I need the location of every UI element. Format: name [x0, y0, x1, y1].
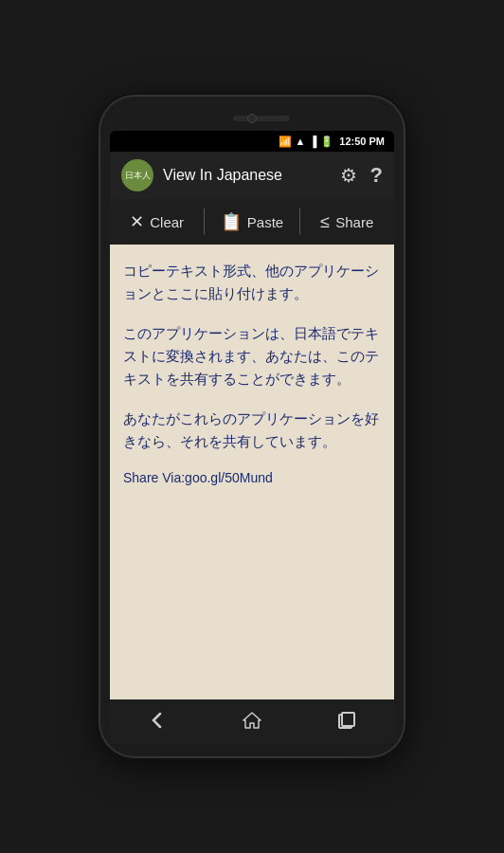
bluetooth-icon: 📶	[279, 136, 292, 148]
status-time: 12:50 PM	[339, 136, 385, 147]
app-icon-label: 日本人	[125, 170, 151, 182]
phone-speaker	[233, 116, 290, 121]
content-text-2: このアプリケーションは、日本語でテキストに変換されます、あなたは、このテキストを…	[123, 325, 379, 387]
phone-device: 📶 ▲ ▐ 🔋 12:50 PM 日本人 View In Japanese ⚙ …	[100, 97, 404, 756]
wifi-icon: ▲	[296, 136, 306, 147]
content-text-1: コピーテキスト形式、他のアプリケーションとここに貼り付けます。	[123, 263, 379, 301]
recents-button[interactable]	[336, 710, 357, 735]
paste-button[interactable]: 📋 Paste	[205, 199, 298, 245]
clear-icon: ✕	[130, 211, 144, 232]
app-bar: 日本人 View In Japanese ⚙ ?	[110, 152, 394, 199]
back-button[interactable]	[147, 710, 168, 735]
paste-label: Paste	[247, 214, 283, 230]
svg-marker-0	[243, 713, 261, 728]
paste-icon: 📋	[221, 211, 242, 232]
app-bar-actions: ⚙ ?	[340, 163, 383, 188]
signal-icon: ▐	[310, 136, 317, 147]
content-paragraph-3: あなたがこれらのアプリケーションを好きなら、それを共有しています。	[123, 408, 381, 453]
battery-icon: 🔋	[320, 136, 333, 148]
clear-button[interactable]: ✕ Clear	[110, 199, 204, 245]
phone-top-bar	[110, 110, 394, 131]
app-title: View In Japanese	[163, 167, 331, 184]
toolbar: ✕ Clear 📋 Paste ≤ Share	[110, 199, 394, 245]
phone-screen: 📶 ▲ ▐ 🔋 12:50 PM 日本人 View In Japanese ⚙ …	[110, 131, 394, 743]
home-button[interactable]	[242, 710, 262, 735]
share-button[interactable]: ≤ Share	[300, 199, 394, 245]
share-icon: ≤	[320, 212, 330, 232]
share-label: Share	[335, 214, 373, 230]
content-text-3: あなたがこれらのアプリケーションを好きなら、それを共有しています。	[123, 410, 379, 449]
settings-icon[interactable]: ⚙	[340, 164, 357, 187]
svg-rect-2	[342, 713, 354, 726]
phone-camera	[247, 114, 257, 123]
clear-label: Clear	[150, 214, 184, 230]
share-link: Share Via:goo.gl/50Mund	[123, 470, 381, 485]
bottom-nav	[110, 699, 394, 743]
help-icon[interactable]: ?	[370, 163, 383, 188]
content-paragraph-1: コピーテキスト形式、他のアプリケーションとここに貼り付けます。	[123, 260, 381, 305]
content-paragraph-2: このアプリケーションは、日本語でテキストに変換されます、あなたは、このテキストを…	[123, 322, 381, 390]
status-icons: 📶 ▲ ▐ 🔋	[279, 136, 334, 148]
content-area: コピーテキスト形式、他のアプリケーションとここに貼り付けます。 このアプリケーシ…	[110, 245, 394, 699]
app-icon: 日本人	[121, 159, 153, 191]
status-bar: 📶 ▲ ▐ 🔋 12:50 PM	[110, 131, 394, 152]
